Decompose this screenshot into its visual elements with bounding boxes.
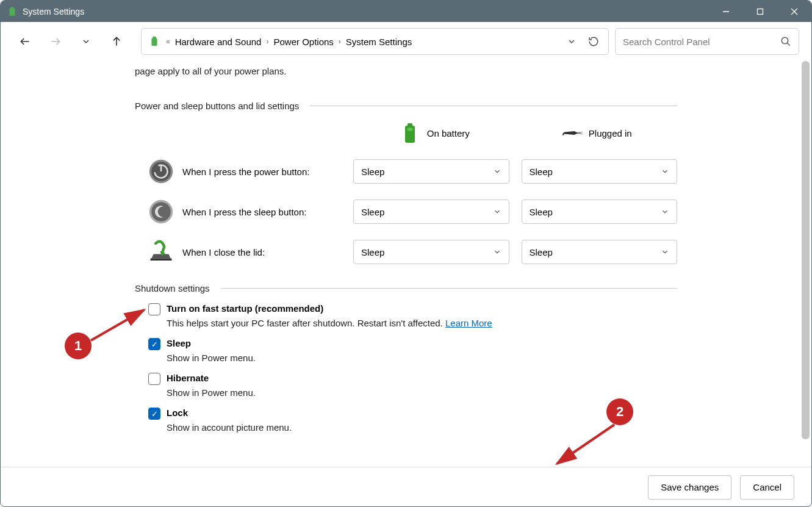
row-sleep-button: When I press the sleep button: Sleep Sle…	[135, 199, 677, 225]
chevron-down-icon	[661, 248, 669, 256]
lock-title: Lock	[167, 408, 188, 418]
breadcrumb-power-options[interactable]: Power Options	[273, 37, 333, 47]
section-shutdown: Shutdown settings	[135, 283, 677, 293]
select-power-plugged[interactable]: Sleep	[522, 159, 678, 184]
checkbox-sleep[interactable]: ✓ Sleep	[148, 338, 677, 350]
chevron-down-icon	[661, 207, 669, 216]
svg-rect-16	[577, 132, 581, 134]
back-button[interactable]	[13, 29, 37, 54]
breadcrumb-system-settings[interactable]: System Settings	[346, 37, 412, 47]
power-options-icon	[148, 35, 161, 48]
svg-rect-10	[153, 37, 156, 39]
hibernate-title: Hibernate	[167, 373, 209, 383]
cancel-button[interactable]: Cancel	[740, 475, 794, 500]
chevron-right-icon: ›	[266, 37, 268, 46]
checkbox-fast-startup[interactable]: Turn on fast startup (recommended)	[148, 303, 677, 315]
content-area: page apply to all of your power plans. P…	[1, 61, 811, 467]
chevron-down-icon	[493, 207, 501, 216]
select-power-battery[interactable]: Sleep	[353, 159, 509, 184]
chevron-left-icon: «	[166, 37, 170, 46]
row-close-lid: When I close the lid: Sleep Sleep	[135, 239, 677, 265]
refresh-button[interactable]	[585, 33, 602, 50]
search-icon	[780, 36, 791, 47]
breadcrumb[interactable]: « Hardware and Sound › Power Options › S…	[141, 28, 609, 55]
select-lid-battery[interactable]: Sleep	[353, 240, 509, 264]
up-button[interactable]	[104, 29, 129, 54]
address-dropdown-button[interactable]	[563, 33, 580, 50]
svg-rect-1	[11, 7, 14, 9]
row-power-button: When I press the power button: Sleep Sle…	[135, 159, 677, 184]
checkbox-icon[interactable]: ✓	[148, 408, 160, 420]
sleep-desc: Show in Power menu.	[167, 353, 677, 363]
svg-rect-14	[408, 123, 412, 126]
column-plugged-in: Plugged in	[516, 122, 678, 144]
checkbox-icon[interactable]: ✓	[148, 338, 160, 350]
col-battery-label: On battery	[427, 128, 470, 138]
svg-rect-25	[151, 259, 172, 261]
svg-point-24	[151, 202, 171, 221]
fast-startup-title: Turn on fast startup (recommended)	[167, 303, 323, 314]
minimize-button[interactable]	[709, 1, 743, 22]
learn-more-link[interactable]: Learn More	[445, 318, 492, 328]
callout-2: 2	[606, 398, 633, 425]
fast-startup-desc: This helps start your PC faster after sh…	[167, 318, 677, 328]
section-title: Shutdown settings	[135, 283, 210, 293]
checkbox-lock[interactable]: ✓ Lock	[148, 408, 677, 420]
select-lid-plugged[interactable]: Sleep	[522, 240, 678, 264]
footer: Save changes Cancel	[1, 467, 811, 507]
titlebar: System Settings	[1, 1, 811, 22]
svg-rect-9	[151, 38, 157, 46]
row-lid-label: When I close the lid:	[182, 247, 353, 257]
checkbox-icon[interactable]	[148, 303, 160, 315]
close-button[interactable]	[777, 1, 811, 22]
breadcrumb-hardware[interactable]: Hardware and Sound	[175, 37, 262, 47]
search-bar[interactable]	[615, 28, 799, 55]
save-changes-button[interactable]: Save changes	[648, 475, 731, 500]
chevron-down-icon	[493, 167, 501, 176]
laptop-lid-icon	[148, 239, 174, 265]
forward-button[interactable]	[43, 29, 68, 54]
column-on-battery: On battery	[353, 122, 516, 144]
search-input[interactable]	[623, 37, 775, 47]
power-button-icon	[148, 159, 174, 184]
svg-point-11	[781, 37, 788, 44]
hibernate-desc: Show in Power menu.	[167, 387, 677, 398]
maximize-button[interactable]	[743, 1, 777, 22]
sleep-button-icon	[148, 199, 174, 225]
section-power-sleep: Power and sleep buttons and lid settings	[135, 101, 677, 111]
scrollbar[interactable]	[802, 61, 810, 439]
callout-1: 1	[65, 333, 92, 359]
select-sleep-battery[interactable]: Sleep	[353, 200, 509, 224]
battery-app-icon	[7, 6, 18, 17]
chevron-down-icon	[661, 167, 669, 176]
nav-toolbar: « Hardware and Sound › Power Options › S…	[1, 22, 811, 61]
history-dropdown-button[interactable]	[74, 29, 98, 54]
plug-icon	[561, 122, 583, 144]
section-title: Power and sleep buttons and lid settings	[135, 101, 299, 111]
row-sleep-label: When I press the sleep button:	[182, 207, 353, 217]
svg-rect-0	[10, 8, 15, 15]
intro-text: page apply to all of your power plans.	[135, 66, 677, 76]
chevron-down-icon	[493, 248, 501, 256]
svg-point-15	[407, 128, 413, 131]
svg-line-12	[787, 43, 790, 46]
window-title: System Settings	[23, 7, 84, 16]
row-power-label: When I press the power button:	[182, 167, 353, 177]
chevron-right-icon: ›	[339, 37, 341, 46]
checkbox-icon[interactable]	[148, 373, 160, 385]
battery-icon	[399, 122, 421, 144]
svg-rect-3	[758, 9, 763, 14]
sleep-title: Sleep	[167, 338, 191, 348]
lock-desc: Show in account picture menu.	[167, 422, 677, 433]
select-sleep-plugged[interactable]: Sleep	[522, 200, 678, 224]
col-plugged-label: Plugged in	[589, 128, 632, 138]
checkbox-hibernate[interactable]: Hibernate	[148, 373, 677, 385]
